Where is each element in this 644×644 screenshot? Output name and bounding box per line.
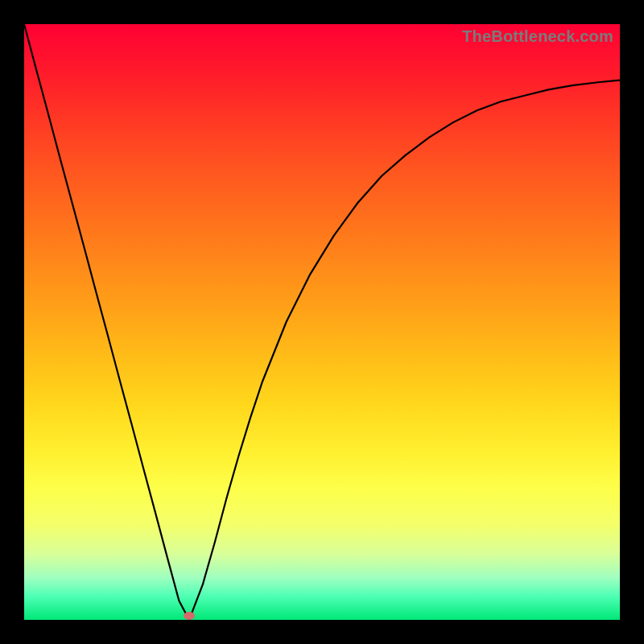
- optimum-marker: [184, 612, 195, 620]
- chart-frame: TheBottleneck.com: [0, 0, 644, 644]
- curve-path: [24, 24, 620, 620]
- bottleneck-curve: [24, 24, 620, 620]
- plot-area: TheBottleneck.com: [24, 24, 620, 620]
